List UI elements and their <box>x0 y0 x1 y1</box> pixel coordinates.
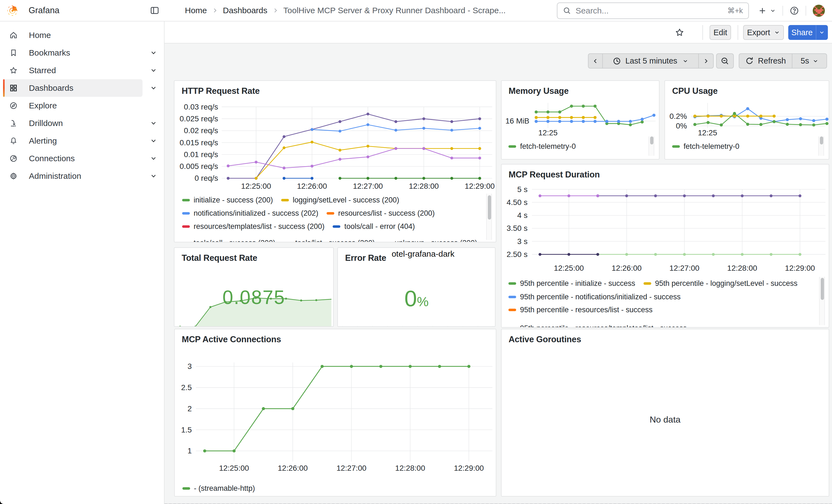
legend-scrollbar[interactable] <box>649 136 654 156</box>
data-point <box>654 253 657 256</box>
add-new-button[interactable] <box>758 7 776 15</box>
data-point <box>720 114 723 117</box>
data-point <box>311 128 313 131</box>
data-point <box>712 194 714 197</box>
scrollbar-thumb[interactable] <box>820 136 823 144</box>
sidebar-item-alerting[interactable]: Alerting <box>0 132 164 150</box>
series-line <box>536 106 642 125</box>
zoom-out-button[interactable] <box>716 53 734 69</box>
legend-item[interactable]: fetch-telemetry-0 <box>672 142 739 151</box>
dashboard-canvas: Last 5 minutes <box>164 44 832 504</box>
search-input[interactable]: Search... ⌘+k <box>557 2 749 19</box>
panel-title[interactable]: CPU Usage <box>672 86 718 96</box>
time-forward-button[interactable] <box>699 53 714 69</box>
legend-row: tools/call - success (200)tools/list - s… <box>182 236 477 242</box>
data-point <box>617 120 620 123</box>
time-range-picker[interactable]: Last 5 minutes <box>603 53 699 69</box>
chevron-down-icon[interactable] <box>150 137 157 144</box>
data-point <box>311 177 313 180</box>
sidebar-item-bookmarks[interactable]: Bookmarks <box>0 44 164 62</box>
share-dropdown-button[interactable] <box>816 25 828 40</box>
legend-item[interactable]: 95th percentile - initialize - success <box>509 279 635 288</box>
panel-title[interactable]: MCP Active Connections <box>182 335 281 344</box>
legend-item[interactable]: 95th percentile - resources/list - succe… <box>509 306 653 314</box>
legend-label: fetch-telemetry-0 <box>684 142 739 151</box>
legend-label: 95th percentile - initialize - success <box>520 279 635 288</box>
sidebar-item-home[interactable]: Home <box>0 26 164 44</box>
scrollbar-thumb[interactable] <box>650 136 653 144</box>
divider <box>782 6 783 16</box>
avatar[interactable] <box>813 5 825 17</box>
legend-item[interactable]: unknown - success (200) <box>383 239 477 243</box>
panel-title[interactable]: MCP Request Duration <box>509 170 600 180</box>
sidebar-item-highlight <box>3 132 142 150</box>
chevron-down-icon[interactable] <box>150 67 157 74</box>
legend-scrollbar[interactable] <box>486 194 492 240</box>
sidebar-item-explore[interactable]: Explore <box>0 97 164 114</box>
legend-item[interactable]: 95th percentile - resources/templates/li… <box>509 324 687 328</box>
plug-icon <box>9 154 18 163</box>
y-axis-tick-label: 0.005 req/s <box>180 162 218 170</box>
legend-item[interactable]: resources/templates/list - success (200) <box>182 222 324 231</box>
panel-title[interactable]: Memory Usage <box>509 86 569 96</box>
x-axis-tick-label: 12:25:00 <box>554 264 584 272</box>
share-button[interactable]: Share <box>788 25 816 40</box>
breadcrumb-home[interactable]: Home <box>185 6 207 15</box>
sidebar-item-administration[interactable]: Administration <box>0 167 164 185</box>
panel-title[interactable]: Total Request Rate <box>182 253 257 263</box>
stat-value-number: 0 <box>405 286 417 311</box>
scrollbar-thumb[interactable] <box>821 278 824 300</box>
favorite-star-icon[interactable] <box>675 28 684 37</box>
grafana-logo[interactable] <box>6 4 19 17</box>
data-point <box>339 120 341 123</box>
chevron-right-icon <box>211 7 218 14</box>
data-point <box>812 124 815 127</box>
panel-title[interactable]: Active Goroutines <box>509 335 581 344</box>
edit-button[interactable]: Edit <box>709 25 731 40</box>
legend-item[interactable]: 95th percentile - notifications/initiali… <box>509 293 681 301</box>
sidebar-toggle-icon[interactable] <box>148 3 162 18</box>
legend-item[interactable]: notifications/initialized - success (202… <box>182 209 318 218</box>
refresh-button[interactable]: Refresh <box>739 53 792 69</box>
sidebar-item-starred[interactable]: Starred <box>0 62 164 79</box>
legend-item[interactable]: initialize - success (200) <box>182 196 273 205</box>
no-data-text: No data <box>501 415 829 425</box>
legend-item[interactable]: resources/list - success (200) <box>327 209 435 218</box>
data-point <box>283 167 285 169</box>
data-point <box>605 120 608 123</box>
legend-item[interactable]: 95th percentile - logging/setLevel - suc… <box>644 279 798 288</box>
panel-title[interactable]: HTTP Request Rate <box>182 86 260 96</box>
data-point <box>546 116 549 119</box>
refresh-interval-label: 5s <box>801 56 809 65</box>
data-point <box>706 114 709 117</box>
panel-title[interactable]: Error Rate <box>345 253 386 263</box>
legend-item[interactable]: fetch-telemetry-0 <box>509 142 576 151</box>
sidebar-item-highlight <box>3 44 142 62</box>
legend-swatch <box>509 296 516 298</box>
chevron-down-icon[interactable] <box>150 50 157 56</box>
refresh-interval-dropdown[interactable]: 5s <box>792 53 827 69</box>
legend-item[interactable]: - (streamable-http) <box>182 484 255 493</box>
chevron-down-icon[interactable] <box>150 120 157 127</box>
legend-item[interactable]: logging/setLevel - success (200) <box>281 196 399 205</box>
chevron-down-icon[interactable] <box>150 173 157 179</box>
chevron-down-icon[interactable] <box>150 85 157 91</box>
legend-scrollbar[interactable] <box>819 277 825 325</box>
scrollbar-thumb[interactable] <box>488 195 491 219</box>
bookmark-icon <box>9 49 18 57</box>
mcp-active-connections-chart[interactable]: 32.521.5112:25:0012:26:0012:27:0012:28:0… <box>175 329 496 497</box>
legend-item[interactable]: tools/call - success (200) <box>182 239 276 243</box>
sidebar-item-drilldown[interactable]: Drilldown <box>0 114 164 132</box>
legend-item[interactable]: tools/call - error (404) <box>333 222 415 231</box>
chevron-down-icon[interactable] <box>150 155 157 162</box>
sidebar-item-dashboards[interactable]: Dashboards <box>0 79 164 97</box>
legend-item[interactable]: tools/list - success (200) <box>284 239 375 243</box>
legend-scrollbar[interactable] <box>818 136 824 156</box>
data-point <box>558 110 561 113</box>
breadcrumb-dashboards[interactable]: Dashboards <box>223 6 267 15</box>
sidebar-item-connections[interactable]: Connections <box>0 150 164 167</box>
data-point <box>546 110 549 113</box>
export-button[interactable]: Export <box>743 25 784 40</box>
time-back-button[interactable] <box>588 53 603 69</box>
help-icon[interactable] <box>790 6 799 16</box>
